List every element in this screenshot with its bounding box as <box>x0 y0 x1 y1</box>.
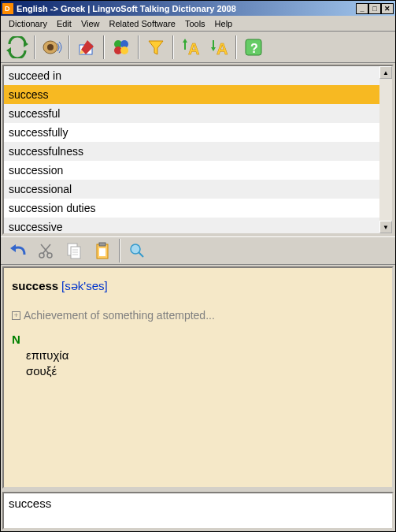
swap-languages-button[interactable] <box>4 34 31 61</box>
swap-icon <box>6 36 28 58</box>
svg-text:D: D <box>5 5 10 13</box>
list-item[interactable]: success <box>4 85 379 104</box>
translation: επιτυχία <box>26 348 384 363</box>
expand-button[interactable]: + <box>12 311 20 320</box>
svg-text:A: A <box>188 40 199 58</box>
help-icon: ? <box>243 37 264 58</box>
svg-line-20 <box>43 244 50 254</box>
secondary-toolbar <box>1 236 395 265</box>
copy-icon <box>65 241 83 260</box>
list-item[interactable]: successfulness <box>4 142 379 161</box>
svg-line-31 <box>139 252 143 257</box>
close-button[interactable]: ✕ <box>381 3 394 14</box>
svg-text:?: ? <box>250 42 258 55</box>
search-input-area <box>2 492 394 530</box>
maximize-button[interactable]: □ <box>368 3 381 14</box>
paste-button[interactable] <box>89 237 116 264</box>
svg-marker-14 <box>211 47 216 51</box>
edit-button[interactable] <box>73 34 100 61</box>
app-icon: D <box>2 3 13 14</box>
window-title: English -> Greek | LingvoSoft Talking Di… <box>17 4 356 13</box>
pronunciation: [sək'ses] <box>61 279 108 292</box>
scroll-down-button[interactable]: ▼ <box>379 221 392 233</box>
back-button[interactable] <box>4 237 31 264</box>
funnel-icon <box>146 37 166 58</box>
font-decrease-button[interactable]: A <box>205 34 232 61</box>
svg-point-19 <box>47 253 52 258</box>
scrollbar[interactable]: ▲ ▼ <box>379 66 392 233</box>
svg-point-5 <box>47 44 54 50</box>
headword: success <box>12 279 58 292</box>
list-item[interactable]: successfully <box>4 123 379 142</box>
menu-help[interactable]: Help <box>210 17 238 30</box>
filter-button[interactable] <box>142 34 169 61</box>
list-item[interactable]: succession duties <box>4 199 379 218</box>
svg-point-18 <box>39 253 44 258</box>
scissors-icon <box>36 241 55 260</box>
menubar: Dictionary Edit View Related Software To… <box>1 16 395 32</box>
help-button[interactable]: ? <box>240 34 267 61</box>
magnifier-icon <box>128 241 146 260</box>
scroll-up-button[interactable]: ▲ <box>379 66 392 79</box>
list-item[interactable]: successional <box>4 180 379 199</box>
svg-marker-12 <box>183 39 187 43</box>
menu-edit[interactable]: Edit <box>52 17 76 30</box>
scroll-track[interactable] <box>379 79 392 221</box>
undo-icon <box>7 240 28 261</box>
svg-rect-28 <box>99 243 105 246</box>
svg-line-21 <box>41 244 49 254</box>
font-down-icon: A <box>209 37 229 58</box>
search-input[interactable] <box>9 497 387 510</box>
search-button[interactable] <box>124 237 150 264</box>
menu-related-software[interactable]: Related Software <box>105 17 180 30</box>
clipboard-icon <box>93 241 112 260</box>
part-of-speech: N <box>12 333 384 346</box>
svg-point-10 <box>120 47 128 54</box>
word-list: succeed insuccesssuccessfulsuccessfullys… <box>2 65 394 235</box>
menu-dictionary[interactable]: Dictionary <box>4 17 52 30</box>
menu-view[interactable]: View <box>76 17 105 30</box>
titlebar: D English -> Greek | LingvoSoft Talking … <box>1 1 395 16</box>
edit-icon <box>76 37 97 58</box>
gloss-text: Achievement of something attempted... <box>24 309 215 322</box>
main-toolbar: A A ? <box>1 32 395 63</box>
svg-text:A: A <box>217 40 228 58</box>
translations: επιτυχίασουξέ <box>26 348 384 378</box>
definition-panel: success [sək'ses] + Achievement of somet… <box>2 266 394 489</box>
speak-button[interactable] <box>39 34 65 61</box>
svg-rect-29 <box>99 248 105 256</box>
window-controls: _ □ ✕ <box>356 3 394 14</box>
menu-tools[interactable]: Tools <box>180 17 210 30</box>
speaker-icon <box>42 37 62 58</box>
font-up-icon: A <box>180 37 201 58</box>
flashcards-button[interactable] <box>108 34 135 61</box>
svg-marker-17 <box>10 244 16 252</box>
minimize-button[interactable]: _ <box>356 3 368 14</box>
translation: σουξέ <box>26 363 384 379</box>
list-item[interactable]: successful <box>4 104 379 123</box>
clover-icon <box>111 37 131 58</box>
list-item[interactable]: succeed in <box>4 66 379 85</box>
list-item[interactable]: succession <box>4 161 379 180</box>
font-increase-button[interactable]: A <box>177 34 204 61</box>
copy-button[interactable] <box>61 237 87 264</box>
list-item[interactable]: successive <box>4 218 379 233</box>
cut-button[interactable] <box>32 237 59 264</box>
